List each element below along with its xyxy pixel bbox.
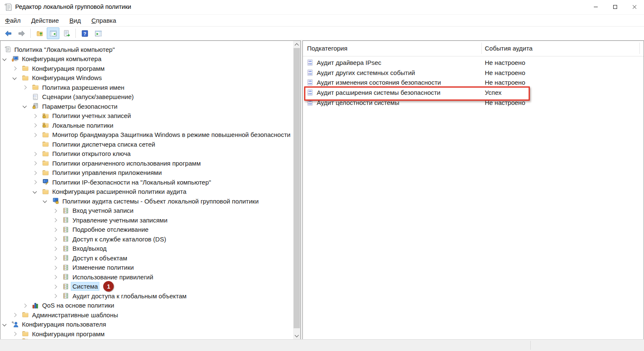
menu-help[interactable]: Справка (87, 16, 120, 25)
tree-item-label: Доступ к службе каталогов (DS) (71, 235, 167, 243)
tree-item[interactable]: Конфигурация программ (0, 64, 293, 73)
chevron-collapsed-icon[interactable] (53, 256, 57, 260)
minimize-button[interactable] (586, 0, 605, 14)
tree-item[interactable]: Использование привилегий (0, 272, 293, 282)
tree-item[interactable]: Административные шаблоны (0, 310, 293, 320)
chevron-collapsed-icon[interactable] (33, 171, 37, 175)
tree-item-label: Административные шаблоны (31, 311, 119, 319)
chevron-collapsed-icon[interactable] (13, 313, 17, 317)
menu-file[interactable]: Файл (1, 16, 25, 25)
tree-item[interactable]: Политики диспетчера списка сетей (0, 139, 293, 149)
column-header-subcategory[interactable]: Подкатегория (307, 45, 347, 52)
tree-item[interactable]: Параметры безопасности (0, 102, 293, 111)
tree-item[interactable]: Монитор брандмауэра Защитника Windows в … (0, 130, 293, 140)
tree-item[interactable]: Конфигурация программ (0, 329, 293, 339)
scroll-up-button[interactable] (293, 41, 300, 48)
action-pane-toggle-button[interactable] (92, 27, 104, 39)
tree-item[interactable]: Конфигурация пользователя (0, 320, 293, 330)
tree-item[interactable]: Политики учетных записей (0, 111, 293, 121)
chevron-collapsed-icon[interactable] (33, 123, 37, 128)
tree-item[interactable]: Конфигурация Windows (0, 73, 293, 83)
close-button[interactable] (625, 0, 644, 14)
tree-item[interactable]: Сценарии (запуск/завершение) (0, 92, 293, 102)
tree-item-label: Локальные политики (51, 121, 115, 129)
chevron-collapsed-icon[interactable] (23, 303, 27, 308)
help-button[interactable]: ? (78, 27, 91, 39)
svg-text:101: 101 (308, 80, 312, 83)
tree-item[interactable]: Конфигурация расширенной политики аудита (0, 187, 293, 197)
subcategory-row[interactable]: 101010Аудит драйвера IPsecНе настроено (303, 58, 643, 68)
tree-item[interactable]: Политика разрешения имен (0, 83, 293, 92)
chevron-collapsed-icon[interactable] (53, 294, 57, 298)
tree-item-label-wrap: Конфигурация Windows (31, 73, 103, 83)
back-button[interactable] (2, 27, 14, 39)
tree-item-system[interactable]: Система1 (0, 282, 293, 292)
tree-vertical-scrollbar[interactable] (293, 41, 300, 339)
tree-item[interactable]: Доступ к объектам (0, 253, 293, 263)
audit-icon (62, 207, 69, 214)
column-header-audit-events[interactable]: События аудита (485, 45, 532, 52)
chevron-collapsed-icon[interactable] (33, 161, 37, 166)
chevron-collapsed-icon[interactable] (53, 275, 57, 279)
tree-item-label: Конфигурация компьютера (21, 55, 103, 63)
tree-item[interactable]: Конфигурация компьютера (0, 54, 293, 64)
folder-icon (42, 141, 49, 147)
tree-item[interactable]: Политики управления приложениями (0, 168, 293, 178)
tree-item[interactable]: Политики открытого ключа (0, 149, 293, 159)
chevron-collapsed-icon[interactable] (13, 332, 17, 336)
chevron-collapsed-icon[interactable] (53, 209, 57, 213)
chevron-collapsed-icon[interactable] (53, 237, 57, 241)
chevron-expanded-icon[interactable] (3, 56, 7, 61)
maximize-button[interactable] (605, 0, 625, 14)
chevron-expanded-icon[interactable] (33, 189, 37, 193)
chevron-collapsed-icon[interactable] (53, 228, 57, 232)
up-one-level-button[interactable] (33, 27, 46, 39)
chevron-collapsed-icon[interactable] (13, 67, 17, 71)
tree-item[interactable]: Вход/выход (0, 244, 293, 254)
tree-item[interactable]: Политики аудита системы - Объект локальн… (0, 196, 293, 206)
chevron-expanded-icon[interactable] (13, 75, 17, 80)
chevron-collapsed-icon[interactable] (53, 265, 57, 270)
tree-item[interactable]: Изменение политики (0, 263, 293, 273)
tree-item-label: Сценарии (запуск/завершение) (41, 93, 135, 101)
tree-item-label: Конфигурация пользователя (21, 320, 107, 328)
tree-item[interactable]: Политика "Локальный компьютер" (0, 45, 293, 54)
column-divider[interactable] (481, 43, 482, 54)
subcategory-row[interactable]: 101010Аудит других системных событийНе н… (303, 68, 643, 78)
chevron-collapsed-icon[interactable] (33, 180, 37, 185)
chevron-collapsed-icon[interactable] (33, 152, 37, 156)
chevron-collapsed-icon[interactable] (33, 133, 37, 137)
audit-icon (62, 283, 69, 290)
tree-item[interactable]: Локальные политики (0, 121, 293, 130)
chevron-collapsed-icon[interactable] (53, 284, 57, 289)
scroll-down-button[interactable] (293, 332, 300, 339)
tree-item[interactable]: Аудит доступа к глобальным объектам (0, 291, 293, 301)
forward-button[interactable] (15, 27, 28, 39)
forward-arrow-icon (18, 30, 25, 37)
chevron-expanded-icon[interactable] (23, 104, 27, 108)
menu-view[interactable]: Вид (65, 16, 85, 25)
chevron-collapsed-icon[interactable] (23, 86, 27, 90)
tree-item[interactable]: Вход учетной записи (0, 206, 293, 216)
svg-text:?: ? (83, 31, 86, 36)
tree-item[interactable]: Управление учетными записями (0, 215, 293, 225)
chevron-expanded-icon[interactable] (43, 199, 47, 203)
scrollbar-thumb[interactable] (294, 48, 300, 328)
chevron-expanded-icon[interactable] (3, 322, 7, 326)
svg-text:101: 101 (308, 70, 312, 72)
console-tree-toggle-button[interactable] (47, 27, 59, 39)
chevron-collapsed-icon[interactable] (53, 218, 57, 222)
export-list-button[interactable] (60, 27, 73, 39)
tree-item-label: QoS на основе политики (41, 301, 115, 309)
tree-item[interactable]: Подробное отслеживание (0, 225, 293, 235)
tree-item-label-wrap: Политики аудита системы - Объект локальн… (61, 196, 260, 206)
chevron-collapsed-icon[interactable] (53, 247, 57, 251)
tree-item[interactable]: Доступ к службе каталогов (DS) (0, 234, 293, 244)
chevron-collapsed-icon[interactable] (33, 114, 37, 118)
menu-action[interactable]: Действие (27, 16, 63, 25)
tree-item[interactable]: Политики IP-безопасности на "Локальный к… (0, 177, 293, 187)
tree-item-label-wrap: Конфигурация программ (31, 64, 106, 73)
tree-item[interactable]: QoS на основе политики (0, 301, 293, 311)
column-divider[interactable] (639, 43, 640, 54)
tree-item[interactable]: Политики ограниченного использования про… (0, 158, 293, 168)
